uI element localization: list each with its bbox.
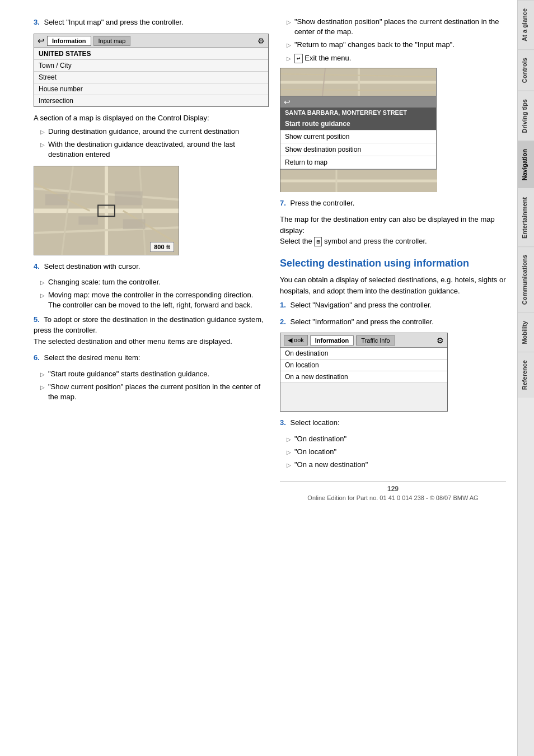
bullet-during-guidance: ▷ During destination guidance, around th… — [40, 127, 269, 137]
step-3-right-text: Select location: — [290, 418, 339, 427]
step-5-number: 5. — [34, 315, 40, 324]
bullet-text-move: Moving map: move the controller in the c… — [48, 290, 253, 310]
bullet-text-start: "Start route guidance" starts destinatio… — [48, 369, 209, 379]
bullet-text-scale: Changing scale: turn the controller. — [48, 277, 161, 287]
traffic-settings-icon: ⚙ — [437, 336, 444, 345]
sidebar-tab-navigation[interactable]: Navigation — [518, 141, 535, 188]
sidebar-tabs: At a glance Controls Driving tips Naviga… — [517, 0, 534, 756]
footer-text: Online Edition for Part no. 01 41 0 014 … — [307, 494, 478, 501]
bullet-start-route: ▷ "Start route guidance" starts destinat… — [40, 369, 269, 379]
right-top-bullets: ▷ "Show destination position" places the… — [287, 17, 506, 63]
row-town-city: Town / City — [34, 60, 268, 72]
step-3-left: 3. Select "Input map" and press the cont… — [34, 17, 269, 28]
sidebar-tab-reference[interactable]: Reference — [518, 352, 535, 398]
map-image: 800 ft — [34, 166, 179, 255]
menu-back-icon: ↩ — [284, 97, 291, 106]
bullet-arrow-return: ▷ — [287, 41, 291, 49]
bullet-text-1: During destination guidance, around the … — [48, 127, 239, 137]
bullet-move-map: ▷ Moving map: move the controller in the… — [40, 290, 269, 310]
svg-rect-10 — [78, 216, 98, 225]
bullet-arrow-scale: ▷ — [40, 279, 45, 287]
page-footer: 129 Online Edition for Part no. 01 41 0 … — [280, 481, 506, 501]
bullet-return-map: ▷ "Return to map" changes back to the "I… — [287, 40, 506, 50]
menu-back-row: ↩ — [280, 96, 436, 108]
menu-row-show-position[interactable]: Show current position — [280, 130, 436, 143]
tab-information-traffic[interactable]: Information — [310, 335, 354, 346]
bullet-scale: ▷ Changing scale: turn the controller. — [40, 277, 269, 287]
bullet-arrow-on-new: ▷ — [287, 461, 291, 469]
exit-icon: ↩ — [294, 54, 303, 63]
bullet-on-new-dest: ▷ "On a new destination" — [287, 460, 506, 470]
input-map-ui-box: ↩ Information Input map ⚙ UNITED STATES … — [34, 34, 269, 107]
step-7-number: 7. — [280, 199, 286, 207]
sidebar-tab-at-a-glance[interactable]: At a glance — [518, 0, 535, 49]
tab-book[interactable]: ◀ ook — [284, 335, 308, 346]
sidebar-tab-communications[interactable]: Communications — [518, 246, 535, 312]
sidebar-tab-controls[interactable]: Controls — [518, 49, 535, 91]
step-3-right: 3. Select location: — [280, 417, 506, 428]
step-6: 6. Select the desired menu item: — [34, 352, 269, 363]
sidebar-tab-mobility[interactable]: Mobility — [518, 312, 535, 352]
row-united-states: UNITED STATES — [34, 48, 268, 60]
bullet-on-location: ▷ "On location" — [287, 447, 506, 457]
menu-row-return-map[interactable]: Return to map — [280, 156, 436, 169]
step-3-text: Select "Input map" and press the control… — [44, 18, 183, 26]
step-2-right: 2. Select "Information" and press the co… — [280, 316, 506, 328]
sidebar-tab-entertainment[interactable]: Entertainment — [518, 189, 535, 246]
tab-input-map[interactable]: Input map — [93, 36, 131, 46]
menu-row-start-route[interactable]: Start route guidance — [280, 118, 436, 130]
location-bullets: ▷ "On destination" ▷ "On location" ▷ "On… — [287, 434, 506, 470]
page-number: 129 — [280, 485, 506, 493]
bullet-show-current: ▷ "Show current position" places the cur… — [40, 382, 269, 402]
svg-rect-11 — [115, 191, 143, 205]
step-7-text: Press the controller. — [290, 199, 354, 207]
bullet-text-exit: ↩ Exit the menu. — [294, 53, 351, 63]
bullet-arrow-1: ▷ — [40, 128, 45, 136]
row-on-location[interactable]: On location — [280, 360, 447, 371]
svg-rect-12 — [123, 219, 146, 229]
bullet-arrow-on-dest: ▷ — [287, 436, 291, 444]
step-5-text: To adopt or store the destination in the… — [34, 315, 264, 346]
grid-symbol: ⊞ — [314, 237, 322, 246]
sidebar-tab-driving-tips[interactable]: Driving tips — [518, 91, 535, 141]
bullet-text-on-dest: "On destination" — [294, 434, 346, 444]
row-intersection: Intersection — [34, 95, 268, 106]
bullet-text-on-loc: "On location" — [294, 447, 336, 457]
cursor-bullets: ▷ Changing scale: turn the controller. ▷… — [40, 277, 269, 311]
row-on-destination[interactable]: On destination — [280, 348, 447, 360]
bullet-on-destination: ▷ "On destination" — [287, 434, 506, 444]
menu-title: SANTA BARBARA, MONTERREY STREET — [280, 108, 436, 118]
step-4: 4. Select destination with cursor. — [34, 261, 269, 272]
menu-bullets: ▷ "Start route guidance" starts destinat… — [40, 369, 269, 403]
bullet-text-current: "Show current position" places the curre… — [48, 382, 269, 402]
step-3-right-number: 3. — [280, 418, 286, 427]
section-intro: You can obtain a display of selected des… — [280, 274, 506, 296]
back-icon: ↩ — [38, 36, 45, 46]
step-5: 5. To adopt or store the destination in … — [34, 314, 269, 347]
step-1-right: 1. Select "Navigation" and press the con… — [280, 300, 506, 311]
bullet-text-dest: "Show destination position" places the c… — [294, 17, 506, 37]
map-description: A section of a map is displayed on the C… — [34, 113, 269, 124]
step-2-right-number: 2. — [280, 318, 286, 326]
step-1-right-text: Select "Navigation" and press the contro… — [290, 301, 432, 309]
step-7: 7. Press the controller. — [280, 198, 506, 209]
map-scale-label: 800 ft — [150, 242, 174, 252]
bullet-arrow-current: ▷ — [40, 384, 45, 391]
step-6-number: 6. — [34, 353, 40, 362]
bullet-text-2: With the destination guidance deactivate… — [48, 139, 269, 160]
traffic-empty-space — [280, 383, 447, 411]
tab-traffic-info[interactable]: Traffic Info — [356, 335, 395, 346]
step-1-right-number: 1. — [280, 301, 286, 309]
bullet-arrow-dest: ▷ — [287, 18, 291, 26]
section-heading-selecting: Selecting destination using information — [280, 257, 506, 270]
bullet-text-on-new: "On a new destination" — [294, 460, 368, 470]
traffic-info-ui-box: ◀ ook Information Traffic Info ⚙ On dest… — [280, 333, 448, 412]
tab-information[interactable]: Information — [47, 36, 91, 46]
menu-bottom-map — [280, 169, 436, 192]
bullet-deactivated: ▷ With the destination guidance deactiva… — [40, 139, 269, 160]
bullet-arrow-on-loc: ▷ — [287, 449, 291, 456]
row-on-new-destination[interactable]: On a new destination — [280, 371, 447, 383]
menu-row-show-dest[interactable]: Show destination position — [280, 143, 436, 156]
santa-barbara-ui-box: ↩ SANTA BARBARA, MONTERREY STREET Start … — [280, 68, 437, 192]
step-4-number: 4. — [34, 262, 40, 270]
